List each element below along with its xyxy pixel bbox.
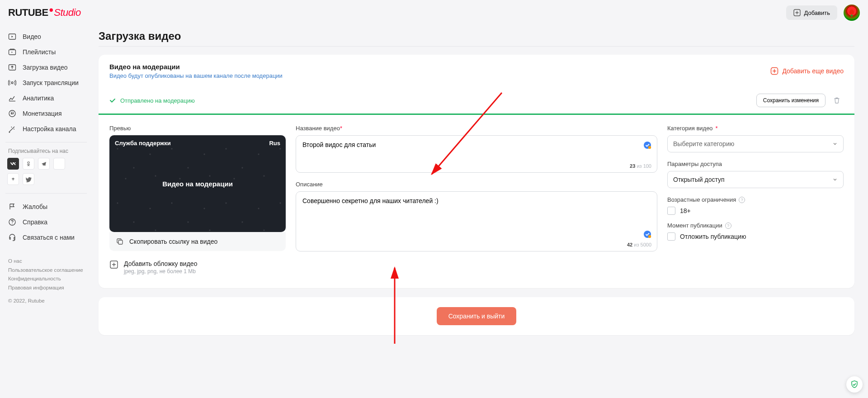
trash-icon — [833, 96, 841, 104]
sidebar-item-label: Плейлисты — [23, 48, 56, 56]
chevron-down-icon — [832, 177, 838, 182]
sidebar-item-stream[interactable]: Запуск трансляции — [4, 75, 89, 90]
title-underline — [99, 46, 854, 47]
sidebar-item-help[interactable]: Справка — [4, 214, 89, 230]
footer-legal[interactable]: Правовая информация — [8, 284, 84, 293]
svg-point-16 — [648, 235, 651, 238]
age-18-checkbox[interactable] — [667, 207, 675, 215]
access-select[interactable]: Открытый доступ — [667, 171, 844, 188]
sidebar-item-complaints[interactable]: Жалобы — [4, 199, 89, 214]
social-blank[interactable] — [53, 158, 65, 170]
add-cover-button[interactable]: Добавить обложку видео jpeg, jpg, png, н… — [109, 260, 286, 275]
save-changes-button[interactable]: Сохранить изменения — [756, 94, 826, 107]
add-button[interactable]: Добавить — [786, 5, 837, 20]
add-cover-hint: jpeg, jpg, png, не более 1 Mb — [124, 268, 197, 275]
logo-brand: RUTUBE — [8, 7, 48, 19]
help-icon — [8, 218, 16, 226]
publish-moment-label: Момент публикации ? — [667, 222, 844, 229]
sidebar-item-monetization[interactable]: Монетизация — [4, 106, 89, 121]
sidebar-item-contact[interactable]: Связаться с нами — [4, 230, 89, 245]
add-more-label: Добавить еще видео — [782, 67, 844, 75]
sidebar-item-playlists[interactable]: Плейлисты — [4, 44, 89, 60]
svg-point-6 — [28, 162, 29, 164]
sidebar-item-label: Монетизация — [23, 110, 62, 117]
social-ok[interactable] — [23, 158, 34, 170]
sidebar-item-label: Аналитика — [23, 95, 54, 102]
social-vk[interactable] — [7, 158, 19, 170]
lint-badge-icon — [643, 141, 651, 149]
sidebar-item-label: Запуск трансляции — [23, 79, 79, 86]
subscribe-label: Подписывайтесь на нас — [4, 148, 89, 158]
user-avatar[interactable] — [844, 5, 860, 21]
postpone-checkbox[interactable] — [667, 232, 675, 241]
add-more-video-button[interactable]: Добавить еще видео — [770, 67, 844, 75]
save-and-exit-button[interactable]: Сохранить и выйти — [437, 307, 517, 325]
video-title-input[interactable] — [296, 136, 657, 171]
social-more[interactable]: + — [7, 173, 19, 185]
sidebar-item-video[interactable]: Видео — [4, 29, 89, 44]
copy-link-button[interactable]: Скопировать ссылку на видео — [109, 232, 286, 251]
sidebar-item-channel-settings[interactable]: Настройка канала — [4, 121, 89, 137]
sidebar-item-label: Настройка канала — [23, 125, 76, 133]
broadcast-icon — [8, 79, 16, 87]
save-exit-card: Сохранить и выйти — [99, 297, 854, 335]
thumb-lang-label: Rus — [269, 140, 280, 147]
playlist-icon — [8, 48, 16, 56]
social-twitter[interactable] — [23, 173, 34, 185]
delete-button[interactable] — [830, 94, 844, 107]
video-title-input-wrap: 23 из 100 — [296, 135, 657, 173]
plus-square-icon — [793, 9, 801, 16]
footer-terms[interactable]: Пользовательское соглашение — [8, 266, 84, 275]
plus-circle-icon — [770, 67, 778, 75]
access-label: Параметры доступа — [667, 161, 844, 167]
moderation-card: Видео на модерации Видео будут опубликов… — [99, 55, 854, 288]
desc-field-label: Описание — [296, 181, 657, 188]
page-title: Загрузка видео — [99, 30, 854, 43]
footer-privacy[interactable]: Конфиденциальность — [8, 275, 84, 284]
chevron-down-icon — [832, 141, 838, 147]
studio-logo[interactable]: RUTUBE•Studio — [8, 7, 81, 19]
video-desc-input[interactable] — [296, 192, 657, 250]
access-value: Открытый доступ — [673, 176, 725, 183]
social-telegram[interactable] — [38, 158, 50, 170]
category-select[interactable]: Выберите категорию — [667, 135, 844, 152]
svg-rect-11 — [118, 240, 123, 244]
title-char-counter: 23 из 100 — [630, 163, 651, 169]
sidebar-item-upload[interactable]: Загрузка видео — [4, 60, 89, 75]
video-icon — [8, 33, 16, 41]
title-field-label: Название видео* — [296, 125, 657, 132]
footer-about[interactable]: О нас — [8, 257, 84, 266]
upload-icon — [8, 63, 16, 71]
sidebar-item-label: Связаться с нами — [23, 234, 75, 241]
age-label: Возрастные ограничения ? — [667, 196, 844, 203]
lint-badge-icon — [643, 230, 651, 238]
sidebar-item-label: Справка — [23, 218, 47, 226]
desc-char-counter: 42 из 5000 — [627, 242, 651, 247]
plus-square-icon — [109, 260, 118, 269]
info-icon[interactable]: ? — [739, 197, 745, 203]
wand-icon — [8, 125, 16, 133]
thumb-support-label: Служба поддержки — [115, 140, 171, 147]
copy-link-label: Скопировать ссылку на видео — [129, 238, 217, 245]
svg-point-8 — [12, 223, 12, 224]
category-label: Категория видео* — [667, 125, 844, 132]
check-icon — [109, 97, 116, 104]
logo-studio: Studio — [54, 7, 80, 19]
age-18-label: 18+ — [680, 207, 691, 214]
video-desc-input-wrap: 42 из 5000 — [296, 191, 657, 251]
svg-point-14 — [648, 146, 651, 149]
security-shield-fab[interactable] — [846, 376, 863, 393]
monetization-icon — [8, 109, 16, 118]
sidebar-separator — [5, 142, 87, 142]
copy-icon — [116, 237, 124, 246]
sidebar-item-analytics[interactable]: Аналитика — [4, 90, 89, 106]
moderation-status: Отправлено на модерацию — [109, 97, 195, 104]
sidebar-item-label: Видео — [23, 33, 41, 40]
add-cover-label: Добавить обложку видео — [124, 260, 197, 267]
category-placeholder: Выберите категорию — [673, 140, 734, 147]
footer-copyright: © 2022, Rutube — [8, 297, 84, 306]
moderation-heading: Видео на модерации — [109, 63, 283, 71]
sidebar-item-label: Загрузка видео — [23, 64, 68, 71]
info-icon[interactable]: ? — [725, 223, 731, 229]
moderation-subtext: Видео будут опубликованы на вашем канале… — [109, 72, 283, 79]
